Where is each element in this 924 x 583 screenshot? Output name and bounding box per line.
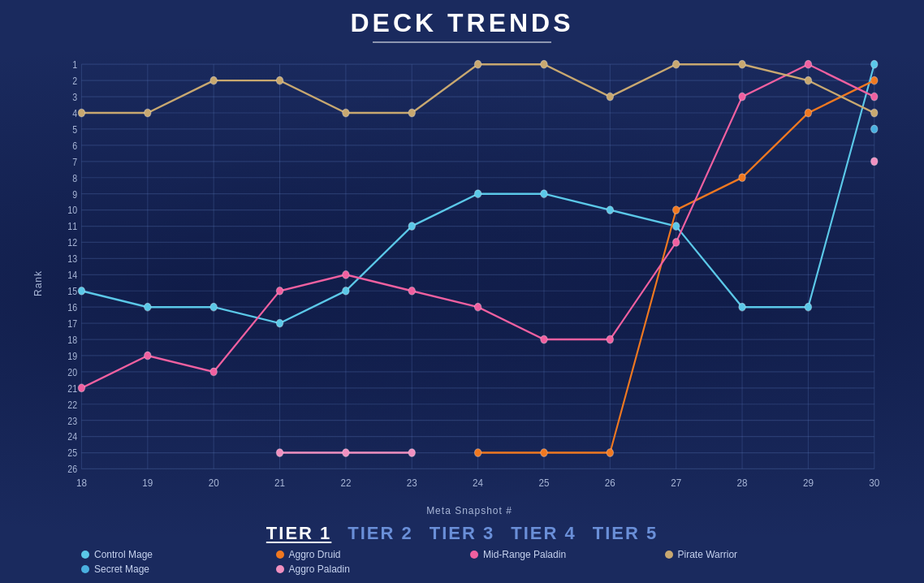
legend-item: Aggro Druid — [276, 549, 455, 560]
legend-item: Secret Mage — [81, 564, 260, 575]
svg-point-106 — [541, 335, 547, 343]
svg-point-90 — [871, 60, 878, 68]
svg-point-112 — [276, 449, 283, 457]
svg-text:27: 27 — [671, 477, 681, 490]
svg-text:2: 2 — [72, 76, 77, 86]
legend-label: Aggro Druid — [289, 549, 341, 560]
svg-text:22: 22 — [340, 477, 351, 490]
svg-point-95 — [672, 206, 679, 214]
svg-text:11: 11 — [67, 222, 77, 232]
svg-point-115 — [871, 158, 878, 166]
svg-point-93 — [541, 449, 547, 457]
tiers-section: TIER 1 TIER 2 TIER 3 TIER 4 TIER 5 — [266, 523, 658, 544]
svg-point-82 — [343, 287, 349, 295]
svg-point-79 — [145, 303, 151, 311]
svg-text:10: 10 — [67, 205, 77, 216]
svg-text:17: 17 — [67, 318, 77, 329]
svg-text:24: 24 — [67, 432, 77, 443]
svg-point-100 — [145, 352, 151, 360]
svg-point-86 — [607, 206, 613, 214]
title-underline — [373, 41, 551, 43]
svg-point-102 — [276, 287, 283, 295]
tier-1[interactable]: TIER 1 — [266, 523, 331, 544]
svg-point-101 — [210, 368, 217, 376]
tier-3[interactable]: TIER 3 — [430, 523, 494, 544]
svg-point-120 — [343, 109, 349, 117]
svg-point-127 — [805, 76, 811, 84]
tier-2[interactable]: TIER 2 — [348, 523, 412, 544]
svg-point-122 — [474, 60, 481, 68]
svg-text:18: 18 — [76, 477, 87, 490]
svg-text:14: 14 — [67, 270, 77, 281]
svg-text:6: 6 — [72, 140, 77, 151]
svg-text:19: 19 — [67, 351, 77, 361]
svg-text:26: 26 — [605, 477, 615, 490]
x-axis-label: Meta Snapshot # — [47, 505, 892, 516]
legend-label: Control Mage — [94, 549, 153, 560]
svg-text:8: 8 — [72, 173, 77, 184]
svg-text:25: 25 — [538, 477, 549, 490]
svg-point-89 — [805, 303, 811, 311]
legend-label: Pirate Warrior — [678, 549, 738, 560]
svg-point-94 — [607, 449, 613, 457]
svg-text:25: 25 — [67, 448, 77, 459]
svg-text:16: 16 — [67, 302, 77, 313]
legend-section: Control MageAggro DruidMid-Range Paladin… — [32, 549, 892, 575]
legend-item: Control Mage — [81, 549, 260, 560]
svg-point-123 — [541, 60, 547, 68]
svg-point-91 — [871, 125, 878, 133]
svg-point-117 — [145, 109, 151, 117]
legend-dot — [470, 551, 478, 559]
svg-text:4: 4 — [72, 108, 77, 119]
legend-dot — [665, 551, 673, 559]
svg-text:24: 24 — [473, 477, 483, 490]
tier-4[interactable]: TIER 4 — [511, 523, 576, 544]
legend-dot — [276, 565, 284, 573]
title-section: DECK TRENDS — [350, 8, 573, 43]
legend-label: Mid-Range Paladin — [483, 549, 566, 560]
tier-5[interactable]: TIER 5 — [593, 523, 658, 544]
svg-text:20: 20 — [67, 367, 77, 378]
svg-point-121 — [408, 109, 415, 117]
svg-point-105 — [474, 303, 481, 311]
svg-point-87 — [672, 222, 679, 231]
svg-point-85 — [541, 190, 547, 198]
svg-point-92 — [474, 449, 481, 457]
svg-point-116 — [78, 109, 84, 117]
svg-point-114 — [408, 449, 415, 457]
svg-point-78 — [78, 287, 84, 295]
svg-text:21: 21 — [274, 477, 285, 490]
svg-point-81 — [276, 319, 283, 327]
svg-point-99 — [78, 384, 84, 392]
svg-point-118 — [210, 76, 217, 84]
chart-wrapper: 1234567891011121314151617181920212223242… — [47, 50, 892, 516]
svg-text:12: 12 — [67, 238, 77, 248]
svg-point-103 — [343, 270, 349, 279]
svg-point-108 — [672, 239, 679, 247]
svg-text:9: 9 — [72, 189, 77, 200]
svg-text:1: 1 — [72, 59, 77, 70]
svg-point-125 — [672, 60, 679, 68]
svg-text:22: 22 — [67, 399, 77, 410]
svg-point-96 — [739, 174, 745, 182]
svg-text:15: 15 — [67, 286, 77, 296]
svg-text:13: 13 — [67, 254, 77, 265]
chart-svg-container: 1234567891011121314151617181920212223242… — [47, 50, 892, 503]
svg-point-119 — [276, 76, 283, 84]
svg-point-109 — [739, 93, 745, 101]
legend-dot — [276, 551, 284, 559]
chart-area: Rank 12345678910111213141516171819202122… — [32, 50, 892, 516]
svg-point-88 — [739, 303, 745, 311]
svg-point-83 — [408, 222, 415, 231]
svg-point-110 — [805, 60, 811, 68]
svg-text:7: 7 — [72, 157, 77, 167]
legend-item: Aggro Paladin — [276, 564, 455, 575]
svg-text:3: 3 — [72, 92, 77, 102]
svg-text:29: 29 — [803, 477, 814, 490]
chart-svg: 1234567891011121314151617181920212223242… — [47, 50, 892, 503]
page-title: DECK TRENDS — [350, 8, 573, 38]
legend-dot — [81, 565, 89, 573]
legend-dot — [81, 551, 89, 559]
svg-text:21: 21 — [67, 383, 77, 394]
svg-point-124 — [607, 93, 613, 101]
